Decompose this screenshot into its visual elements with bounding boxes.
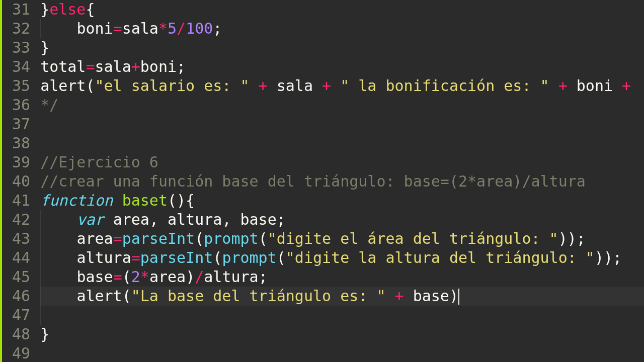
line-number: 47 bbox=[12, 306, 30, 325]
code-line[interactable] bbox=[40, 306, 644, 325]
line-number: 48 bbox=[12, 325, 30, 344]
line-number: 38 bbox=[12, 134, 30, 153]
code-line[interactable]: //crear una función base del triángulo: … bbox=[40, 172, 644, 191]
code-line[interactable]: function baset(){ bbox=[40, 191, 644, 210]
code-line[interactable]: var area, altura, base; bbox=[40, 210, 644, 229]
code-line[interactable]: altura=parseInt(prompt("digite la altura… bbox=[40, 248, 644, 267]
code-line[interactable]: alert("La base del triángulo es: " + bas… bbox=[40, 287, 644, 306]
line-number: 42 bbox=[12, 210, 30, 229]
line-number: 43 bbox=[12, 229, 30, 248]
line-number: 37 bbox=[12, 115, 30, 134]
code-line[interactable] bbox=[40, 344, 644, 362]
line-number: 33 bbox=[12, 38, 30, 57]
code-line[interactable]: } bbox=[40, 325, 644, 344]
code-line[interactable]: } bbox=[40, 38, 644, 57]
code-line[interactable] bbox=[40, 134, 644, 153]
line-number: 31 bbox=[12, 0, 30, 19]
code-line[interactable]: total=sala+boni; bbox=[40, 57, 644, 76]
code-area[interactable]: }else{ boni=sala*5/100;}total=sala+boni;… bbox=[39, 0, 644, 362]
code-line[interactable]: area=parseInt(prompt("digite el área del… bbox=[40, 229, 644, 248]
code-line[interactable] bbox=[40, 115, 644, 134]
line-number: 39 bbox=[12, 153, 30, 172]
code-line[interactable]: boni=sala*5/100; bbox=[40, 19, 644, 38]
line-number: 36 bbox=[12, 96, 30, 115]
line-number: 45 bbox=[12, 267, 30, 287]
code-editor[interactable]: 31323334353637383940414243444546474849 }… bbox=[0, 0, 644, 362]
line-number: 35 bbox=[12, 76, 30, 96]
code-line[interactable]: */ bbox=[40, 96, 644, 115]
line-number: 32 bbox=[12, 19, 30, 38]
code-line[interactable]: }else{ bbox=[40, 0, 644, 19]
line-number: 34 bbox=[12, 57, 30, 76]
line-number: 40 bbox=[12, 172, 30, 191]
code-line[interactable]: //Ejercicio 6 bbox=[40, 153, 644, 172]
line-number: 44 bbox=[12, 248, 30, 267]
code-line[interactable]: alert("el salario es: " + sala + " la bo… bbox=[40, 76, 644, 96]
line-number: 46 bbox=[12, 287, 30, 306]
line-number: 41 bbox=[12, 191, 30, 210]
line-number-gutter: 31323334353637383940414243444546474849 bbox=[2, 0, 39, 362]
line-number: 49 bbox=[12, 344, 30, 362]
code-line[interactable]: base=(2*area)/altura; bbox=[40, 267, 644, 287]
